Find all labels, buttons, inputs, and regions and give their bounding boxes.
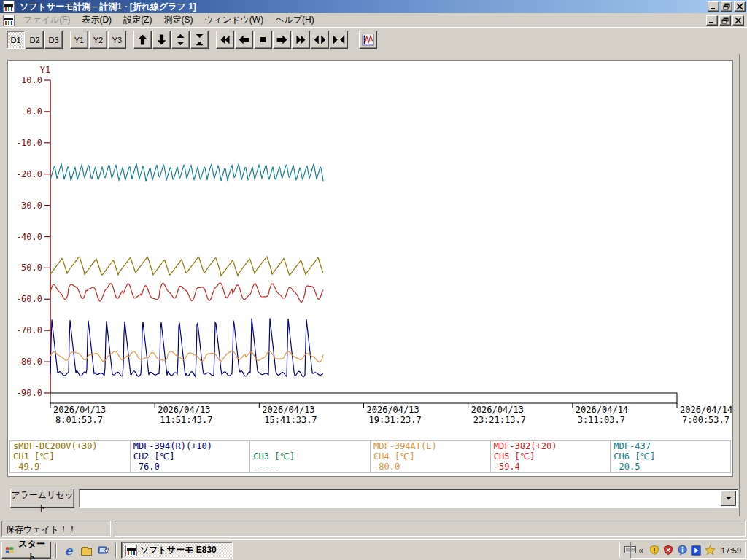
- x-tick-time: 15:41:33.7: [264, 415, 317, 425]
- series-ch2: [50, 319, 323, 377]
- y-tick-label: -50.0: [16, 262, 42, 273]
- graph-settings-button[interactable]: [359, 31, 377, 49]
- taskbar-clock[interactable]: 17:59: [721, 546, 741, 555]
- legend-ch4-channel: CH4 [℃]: [374, 451, 487, 462]
- series-ch6: [50, 163, 323, 181]
- alarm-combo-input[interactable]: [81, 491, 719, 506]
- step-back-button[interactable]: [235, 31, 253, 49]
- x-tick-time: 19:31:23.7: [369, 415, 422, 425]
- x-tick-time: 23:21:13.7: [473, 415, 526, 425]
- window-title: ソフトサーモ計測－計測1 - [折れ線グラフ 1]: [20, 1, 708, 13]
- y-tick-label: -90.0: [16, 388, 42, 398]
- task-button-label: ソフトサーモ E830: [140, 544, 217, 556]
- chevron-down-icon: [726, 497, 732, 500]
- menu-view[interactable]: 表示(D): [76, 13, 117, 27]
- series-ch5: [50, 283, 323, 302]
- taskbar: スタート e ソフトサーモ E830: [0, 539, 747, 560]
- chart-panel: Y110.00.0-10.0-20.0-30.0-40.0-50.0-60.0-…: [7, 60, 733, 477]
- legend-ch3-channel: CH3 [℃]: [253, 451, 367, 462]
- folder-icon[interactable]: [79, 543, 93, 558]
- compress-vertical-icon: [193, 33, 206, 47]
- media-play-icon[interactable]: [690, 545, 702, 556]
- mdi-minimize-button[interactable]: [706, 15, 718, 26]
- y-tick-label: -40.0: [16, 232, 42, 242]
- task-button-softthermo[interactable]: ソフトサーモ E830: [121, 542, 233, 559]
- y2-button[interactable]: Y2: [89, 31, 107, 49]
- step-forward-button[interactable]: [273, 31, 291, 49]
- fast-forward-icon: [294, 33, 308, 47]
- legend-ch6: MDF-437 CH6 [℃] -20.5: [611, 441, 730, 472]
- y-tick-label: 0.0: [26, 106, 42, 117]
- arrow-left-icon: [237, 33, 251, 47]
- compress-horizontal-icon: [332, 33, 346, 47]
- x-tick-date: 2026/04/13: [53, 405, 106, 415]
- windows-logo-icon: [5, 545, 14, 555]
- expand-vertical-button[interactable]: [171, 31, 190, 49]
- rewind-icon: [218, 33, 232, 47]
- rewind-button[interactable]: [216, 31, 234, 49]
- stop-button[interactable]: [254, 31, 272, 49]
- y1-button[interactable]: Y1: [70, 31, 88, 49]
- close-button[interactable]: [734, 1, 746, 12]
- arrow-down-icon: [155, 33, 169, 47]
- internet-explorer-icon[interactable]: e: [61, 543, 76, 558]
- x-tick-date: 2026/04/14: [680, 405, 732, 415]
- security-warning-shield-icon[interactable]: [649, 545, 660, 556]
- start-button[interactable]: スタート: [1, 542, 51, 559]
- menu-measure[interactable]: 測定(S): [158, 13, 198, 27]
- y-tick-label: -10.0: [16, 138, 42, 148]
- security-alert-shield-icon[interactable]: [662, 545, 674, 556]
- legend-ch5: MDF-382(+20) CH5 [℃] -59.4: [491, 441, 611, 472]
- legend-ch3-name: [253, 441, 367, 451]
- info-balloon-icon[interactable]: [676, 545, 688, 556]
- legend-ch3: CH3 [℃] -----: [250, 441, 371, 472]
- scroll-up-button[interactable]: [133, 31, 152, 49]
- show-desktop-icon[interactable]: [96, 543, 111, 558]
- tray-collapse-button[interactable]: «: [635, 545, 646, 556]
- series-ch1: [50, 257, 323, 276]
- legend-ch2-value: -76.0: [133, 462, 247, 472]
- toolbar: D1 D2 D3 Y1 Y2 Y3: [0, 27, 747, 52]
- expand-horizontal-icon: [313, 33, 327, 47]
- mdi-child-icon[interactable]: [3, 15, 15, 26]
- mdi-restore-button[interactable]: [719, 15, 731, 26]
- x-tick-date: 2026/04/13: [471, 405, 524, 415]
- compress-horizontal-button[interactable]: [330, 31, 348, 49]
- menu-settings[interactable]: 設定(Z): [117, 13, 158, 27]
- application-window: ソフトサーモ計測－計測1 - [折れ線グラフ 1] ファイル(F) 表示(D) …: [0, 0, 747, 560]
- scroll-down-button[interactable]: [152, 31, 171, 49]
- legend-ch1-name: sMDF-DC200V(+30): [13, 441, 127, 451]
- menu-window[interactable]: ウィンドウ(W): [198, 13, 269, 27]
- legend-ch5-value: -59.4: [494, 462, 608, 472]
- d1-button[interactable]: D1: [7, 31, 25, 49]
- y-tick-label: -20.0: [16, 169, 42, 179]
- series-ch4: [50, 351, 323, 362]
- menu-file[interactable]: ファイル(F): [18, 13, 76, 27]
- legend-ch4: MDF-394AT(L) CH4 [℃] -80.0: [371, 441, 491, 472]
- compress-vertical-button[interactable]: [190, 31, 209, 49]
- app-icon: [125, 545, 137, 556]
- fast-forward-button[interactable]: [292, 31, 310, 49]
- alarm-reset-button[interactable]: アラームリセット: [10, 489, 74, 508]
- restore-button[interactable]: [721, 1, 732, 12]
- legend-ch4-name: MDF-394AT(L): [374, 441, 487, 451]
- star-icon[interactable]: [704, 545, 716, 556]
- time-range-box[interactable]: [50, 393, 677, 403]
- y3-button[interactable]: Y3: [108, 31, 126, 49]
- status-message: 保存ウェイト！！: [1, 521, 111, 537]
- d2-button[interactable]: D2: [26, 31, 44, 49]
- y-tick-label: -60.0: [16, 294, 42, 304]
- alarm-combobox[interactable]: [79, 489, 738, 508]
- arrow-right-icon: [275, 33, 289, 47]
- d3-button[interactable]: D3: [44, 31, 63, 49]
- menu-help[interactable]: ヘルプ(H): [269, 13, 320, 27]
- minimize-button[interactable]: [708, 1, 719, 12]
- taskbar-separator: [619, 543, 620, 558]
- title-bar: ソフトサーモ計測－計測1 - [折れ線グラフ 1]: [0, 0, 747, 13]
- y-tick-label: -30.0: [16, 201, 42, 211]
- taskbar-separator: [115, 543, 117, 558]
- expand-horizontal-button[interactable]: [311, 31, 329, 49]
- combo-dropdown-button[interactable]: [721, 491, 736, 506]
- mdi-close-button[interactable]: [732, 15, 744, 26]
- x-tick-time: 3:11:03.7: [578, 415, 625, 425]
